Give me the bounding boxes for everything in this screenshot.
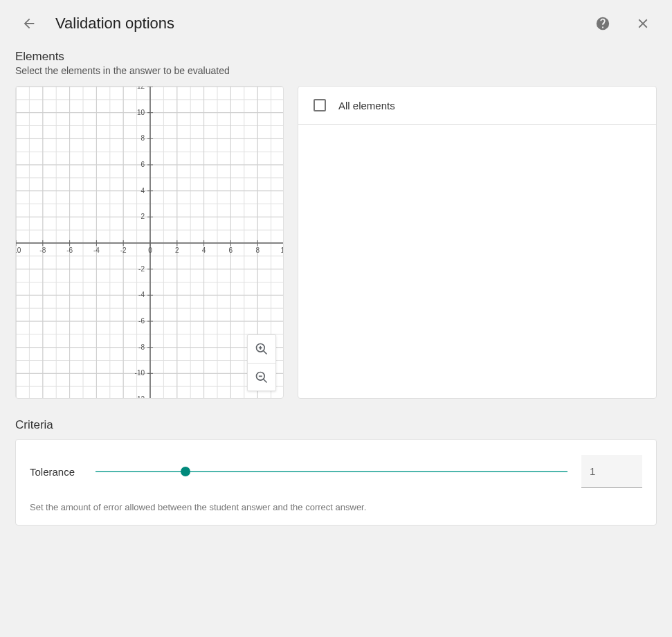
svg-text:-2: -2 xyxy=(138,265,145,273)
svg-text:-8: -8 xyxy=(39,246,46,254)
svg-text:-10: -10 xyxy=(135,369,145,377)
svg-text:2: 2 xyxy=(140,213,145,220)
all-elements-checkbox[interactable] xyxy=(314,99,326,111)
svg-text:12: 12 xyxy=(137,87,145,90)
close-icon xyxy=(635,16,651,31)
svg-text:-12: -12 xyxy=(135,395,145,398)
svg-text:6: 6 xyxy=(229,246,233,254)
svg-text:-4: -4 xyxy=(93,246,100,254)
help-icon xyxy=(595,16,610,31)
dialog-title: Validation options xyxy=(55,15,576,33)
zoom-out-icon xyxy=(255,370,269,384)
svg-text:10: 10 xyxy=(137,109,145,116)
svg-line-24 xyxy=(264,351,267,355)
tolerance-slider[interactable] xyxy=(96,465,567,478)
svg-text:8: 8 xyxy=(255,246,260,254)
all-elements-row[interactable]: All elements xyxy=(298,87,656,125)
help-button[interactable] xyxy=(589,10,617,37)
slider-track xyxy=(96,471,567,472)
slider-thumb[interactable] xyxy=(181,467,190,476)
all-elements-label: All elements xyxy=(338,100,395,111)
svg-line-28 xyxy=(264,379,267,382)
tolerance-input[interactable] xyxy=(581,455,642,488)
close-button[interactable] xyxy=(629,10,657,37)
elements-subheading: Select the elements in the answer to be … xyxy=(0,65,672,86)
svg-text:-8: -8 xyxy=(138,343,145,351)
svg-text:10: 10 xyxy=(280,246,283,254)
criteria-card: Tolerance Set the amount of error allowe… xyxy=(15,439,657,526)
svg-text:-6: -6 xyxy=(66,246,73,254)
svg-text:-6: -6 xyxy=(138,317,145,325)
svg-text:-2: -2 xyxy=(120,246,127,254)
dialog-header: Validation options xyxy=(0,0,672,44)
svg-text:4: 4 xyxy=(140,187,145,195)
svg-text:8: 8 xyxy=(140,134,145,142)
elements-heading: Elements xyxy=(0,44,672,65)
elements-row: -10-8-6-4-20246810-12-10-8-6-4-224681012… xyxy=(0,86,672,399)
zoom-in-icon xyxy=(255,342,269,356)
graph-card[interactable]: -10-8-6-4-20246810-12-10-8-6-4-224681012 xyxy=(15,86,284,399)
coordinate-grid: -10-8-6-4-20246810-12-10-8-6-4-224681012 xyxy=(16,87,283,398)
svg-text:0: 0 xyxy=(148,246,152,254)
zoom-out-button[interactable] xyxy=(248,363,275,391)
arrow-left-icon xyxy=(21,16,37,31)
tolerance-help: Set the amount of error allowed between … xyxy=(30,502,642,512)
elements-list: All elements xyxy=(298,86,657,399)
back-button[interactable] xyxy=(15,10,43,37)
svg-text:6: 6 xyxy=(140,161,145,168)
tolerance-row: Tolerance xyxy=(30,455,642,488)
zoom-controls xyxy=(247,334,276,391)
criteria-heading: Criteria xyxy=(0,399,672,439)
svg-text:-4: -4 xyxy=(138,291,145,298)
tolerance-label: Tolerance xyxy=(30,466,82,478)
svg-text:2: 2 xyxy=(175,246,179,254)
zoom-in-button[interactable] xyxy=(248,335,275,363)
svg-text:4: 4 xyxy=(202,246,206,254)
svg-text:-10: -10 xyxy=(16,246,21,254)
